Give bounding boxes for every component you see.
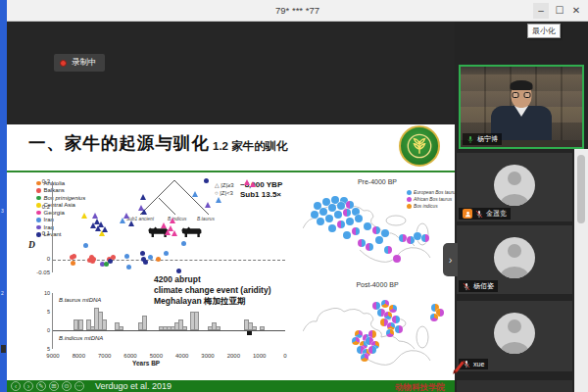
meeting-app-window: 3 2 79* *** *77 – ☐ ✕ 录制中 一、家牛的起源与驯化 1.2… [0,0,588,392]
presentation-control-icon[interactable]: › [24,381,33,391]
d-statistic-scatter-plot: 0.30.20.10-0.05 [52,181,284,272]
close-button[interactable]: ✕ [568,3,584,19]
participant-video-tile[interactable]: 杨宁博 [459,65,584,149]
slide-thumb-number: 2 [1,290,4,296]
map-legend: European Bos taurusAfrican Bos taurusBos… [407,189,458,210]
presentation-control-icon[interactable]: ⊞ [49,381,59,391]
screen-share-area: 录制中 一、家牛的起源与驯化 1.2 家牛的驯化 AnatoliaBalkans… [7,22,455,392]
slide-title: 一、家牛的起源与驯化 [28,131,210,155]
d-axis-label: D [28,240,35,250]
presentation-control-icon[interactable]: ⋯ [74,381,84,391]
participant-tile[interactable]: xue [457,301,572,371]
slide-thumb-number: 3 [1,208,4,214]
presentation-control-icon[interactable]: ‹ [11,381,21,391]
map-title: Pre-4000 BP [299,178,456,185]
mic-on-icon [466,135,474,144]
participant-tile[interactable]: 金遥竞 [457,153,572,221]
participant-nameplate: 金遥竞 [459,208,511,220]
citation-text: Verdugo et al. 2019 [95,381,172,391]
indicus-series-label: B.indicus mtDNA [59,335,103,341]
title-divider [7,171,455,172]
map-title: Post-4000 BP [299,281,456,288]
host-badge-icon [463,209,472,219]
meeting-id-title: 79* *** *77 [7,5,588,16]
desktop-edge-strip: 3 2 [0,0,7,392]
thumb-fragment [1,345,6,353]
participant-nameplate: 杨宁博 [463,133,502,145]
mic-muted-icon [463,360,470,368]
slide-footer-bar: ‹›✎⊞⊙⋯ Verdugo et al. 2019 动物科技学院 [7,380,455,392]
window-titlebar: 79* *** *77 – ☐ ✕ [7,0,588,22]
presentation-control-icon[interactable]: ⊙ [62,381,72,391]
minimize-button[interactable]: – [533,3,549,19]
avatar-silhouette-icon [494,237,535,278]
mtdna-histogram: B.taurus mtDNA B.indicus mtDNA 105059000… [52,293,284,349]
presentation-control-icon[interactable]: ✎ [36,381,46,391]
department-name: 动物科技学院 [395,382,445,392]
participant-nameplate: 杨佰姿 [459,280,498,292]
speaker-face [512,82,532,108]
participant-name: 杨宁博 [477,134,498,144]
scrollbar-thumb[interactable] [577,155,585,223]
post-4000bp-map: Post-4000 BP [299,281,456,381]
participant-name: 杨佰姿 [473,281,494,291]
sidebar-collapse-chevron[interactable]: › [443,243,458,276]
participant-tile[interactable]: 杨佰姿 [457,225,572,294]
participant-tile-partial[interactable] [457,380,572,392]
minimize-tooltip: 最小化 [527,24,561,38]
presentation-controls[interactable]: ‹›✎⊞⊙⋯ [11,381,87,391]
recording-dot-icon [60,60,67,67]
slide-subtitle: 1.2 家牛的驯化 [213,139,288,154]
university-seal-icon [399,125,440,167]
presentation-slide: 一、家牛的起源与驯化 1.2 家牛的驯化 AnatoliaBalkansBos … [7,124,455,392]
x-axis-label: Years BP [132,360,160,367]
avatar-silhouette-icon [494,313,535,354]
recording-label: 录制中 [72,57,97,69]
participant-name: 金遥竞 [486,209,507,219]
mic-muted-icon [463,282,470,291]
mic-muted-icon [475,210,483,219]
taurus-series-label: B.taurus mtDNA [59,297,101,303]
participants-sidebar: 最小化 杨宁博 金遥竞 杨佰姿 [455,22,588,392]
sidebar-scrollbar[interactable] [574,149,588,392]
participant-name: xue [473,361,484,368]
maximize-button[interactable]: ☐ [552,3,567,19]
avatar-silhouette-icon [494,165,535,206]
recording-indicator[interactable]: 录制中 [54,54,105,72]
